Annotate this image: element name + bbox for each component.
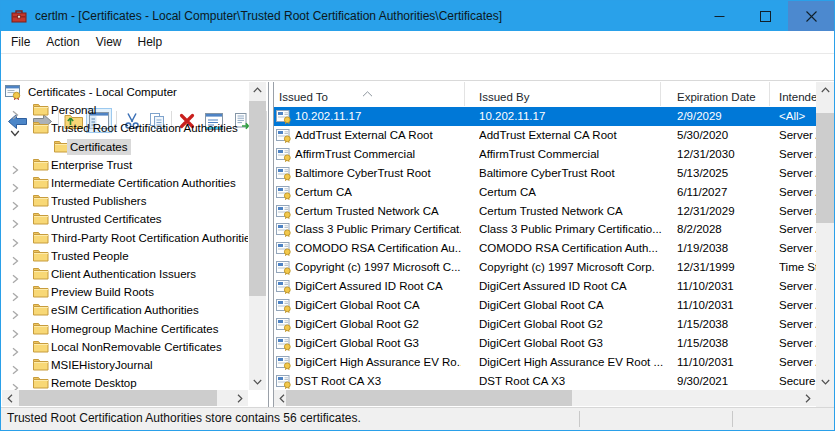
chevron-collapsed-icon[interactable] [10, 343, 20, 353]
menu-help[interactable]: Help [130, 31, 171, 53]
tree-item-certificates[interactable]: Certificates [2, 138, 248, 157]
certificate-icon [276, 278, 292, 294]
column-header-intended-purposes[interactable]: Intended Purposes [770, 82, 816, 106]
close-button[interactable] [788, 1, 834, 31]
column-header-expiration-date[interactable]: Expiration Date [661, 82, 770, 106]
certificate-row-digicert-high-assurance-ev-ro[interactable]: DigiCert High Assurance EV Ro...DigiCert… [274, 353, 816, 372]
folder-icon [33, 248, 49, 264]
tree-item-preview-build-roots[interactable]: Preview Build Roots [2, 283, 248, 302]
chevron-collapsed-icon[interactable] [10, 179, 20, 189]
certificate-row-certum-trusted-network-ca[interactable]: Certum Trusted Network CACertum Trusted … [274, 202, 816, 221]
certificate-row-10-202-11-17[interactable]: 10.202.11.1710.202.11.172/9/2029<All> [274, 107, 816, 126]
cell-intended-purposes: Server Au [779, 279, 816, 294]
splitter-line-left[interactable] [268, 82, 269, 407]
scroll-up-icon[interactable] [249, 82, 265, 98]
tree-item-label: MSIEHistoryJournal [48, 357, 156, 373]
scroll-down-icon[interactable] [249, 374, 265, 390]
tree-item-trusted-people[interactable]: Trusted People [2, 247, 248, 266]
chevron-collapsed-icon[interactable] [10, 306, 20, 316]
chevron-collapsed-icon[interactable] [10, 288, 20, 298]
cell-issued-to: DigiCert High Assurance EV Ro... [295, 355, 461, 370]
chevron-collapsed-icon[interactable] [10, 106, 20, 116]
scroll-left-icon[interactable] [2, 390, 18, 406]
chevron-expanded-icon[interactable] [10, 124, 20, 134]
certificate-row-copyright-c-1997-microsoft-c[interactable]: Copyright (c) 1997 Microsoft C...Copyrig… [274, 258, 816, 277]
tree-item-certificates-local-computer[interactable]: Certificates - Local Computer [2, 83, 248, 102]
minimize-button[interactable] [696, 1, 742, 31]
scroll-right-icon[interactable] [800, 390, 816, 406]
tree-item-trusted-publishers[interactable]: Trusted Publishers [2, 192, 248, 211]
cell-expiration-date: 12/31/2029 [677, 204, 769, 219]
tree-vertical-scrollbar[interactable] [249, 82, 266, 390]
certificate-row-certum-ca[interactable]: Certum CACertum CA6/11/2027Server Au [274, 183, 816, 202]
menu-view[interactable]: View [88, 31, 130, 53]
chevron-collapsed-icon[interactable] [10, 361, 20, 371]
chevron-collapsed-icon[interactable] [10, 234, 20, 244]
cell-intended-purposes: Server Au [779, 222, 816, 237]
chevron-collapsed-icon[interactable] [10, 270, 20, 280]
tree-hscrollbar-thumb[interactable] [19, 390, 217, 406]
certificate-row-digicert-assured-id-root-ca[interactable]: DigiCert Assured ID Root CADigiCert Assu… [274, 277, 816, 296]
certificate-icon [276, 184, 292, 200]
chevron-collapsed-icon[interactable] [10, 197, 20, 207]
maximize-button[interactable] [742, 1, 788, 31]
tree-horizontal-scrollbar[interactable] [2, 390, 248, 406]
chevron-collapsed-icon[interactable] [10, 379, 20, 389]
folder-icon [33, 357, 49, 373]
tree-item-label: Certificates - Local Computer [25, 84, 180, 100]
tree-item-third-party-root-certification-authorities[interactable]: Third-Party Root Certification Authoriti… [2, 229, 248, 248]
menu-file[interactable]: File [3, 31, 38, 53]
tree-item-label: Client Authentication Issuers [48, 266, 199, 282]
tree-item-label: Trusted Publishers [48, 193, 149, 209]
tree-item-msiehistoryjournal[interactable]: MSIEHistoryJournal [2, 356, 248, 375]
tree-item-intermediate-certification-authorities[interactable]: Intermediate Certification Authorities [2, 174, 248, 193]
tree-item-enterprise-trust[interactable]: Enterprise Trust [2, 156, 248, 175]
chevron-collapsed-icon[interactable] [10, 161, 20, 171]
certificate-icon [276, 297, 292, 313]
menu-action[interactable]: Action [38, 31, 87, 53]
chevron-collapsed-icon[interactable] [10, 325, 20, 335]
certificate-row-digicert-global-root-g2[interactable]: DigiCert Global Root G2DigiCert Global R… [274, 315, 816, 334]
chevron-collapsed-icon[interactable] [10, 215, 20, 225]
certificate-row-addtrust-external-ca-root[interactable]: AddTrust External CA RootAddTrust Extern… [274, 126, 816, 145]
tree-item-label: Intermediate Certification Authorities [48, 175, 239, 191]
scroll-up-icon[interactable] [817, 82, 833, 98]
tree-item-trusted-root-certification-authorities[interactable]: Trusted Root Certification Authorities [2, 119, 248, 138]
scroll-down-icon[interactable] [817, 374, 833, 390]
tree-item-esim-certification-authorities[interactable]: eSIM Certification Authorities [2, 301, 248, 320]
cell-intended-purposes: Server Au [779, 355, 816, 370]
tree-item-homegroup-machine-certificates[interactable]: Homegroup Machine Certificates [2, 320, 248, 339]
cell-issued-to: Copyright (c) 1997 Microsoft C... [295, 260, 461, 275]
certificate-row-digicert-global-root-ca[interactable]: DigiCert Global Root CADigiCert Global R… [274, 296, 816, 315]
cell-issued-to: AffirmTrust Commercial [295, 147, 461, 162]
cell-issued-by: 10.202.11.17 [479, 109, 667, 124]
chevron-collapsed-icon[interactable] [10, 252, 20, 262]
certificate-row-dst-root-ca-x3[interactable]: DST Root CA X3DST Root CA X39/30/2021Sec… [274, 372, 816, 391]
certificate-row-digicert-global-root-g3[interactable]: DigiCert Global Root G3DigiCert Global R… [274, 334, 816, 353]
status-divider [732, 411, 733, 427]
tree-item-client-authentication-issuers[interactable]: Client Authentication Issuers [2, 265, 248, 284]
folder-icon [33, 284, 49, 300]
column-header-issued-by[interactable]: Issued By [465, 82, 661, 106]
tree-item-local-nonremovable-certificates[interactable]: Local NonRemovable Certificates [2, 338, 248, 357]
list-scrollbar-thumb[interactable] [816, 113, 834, 223]
tree-item-untrusted-certificates[interactable]: Untrusted Certificates [2, 210, 248, 229]
cell-intended-purposes: Time Sta [779, 260, 816, 275]
tree-item-personal[interactable]: Personal [2, 101, 248, 120]
certificate-row-affirmtrust-commercial[interactable]: AffirmTrust CommercialAffirmTrust Commer… [274, 145, 816, 164]
list-hscrollbar-thumb[interactable] [286, 390, 572, 406]
list-vertical-scrollbar[interactable] [816, 82, 834, 390]
cell-issued-by: DigiCert Global Root G2 [479, 317, 667, 332]
title-bar[interactable]: certlm - [Certificates - Local Computer\… [1, 1, 834, 31]
certificate-row-baltimore-cybertrust-root[interactable]: Baltimore CyberTrust RootBaltimore Cyber… [274, 164, 816, 183]
folder-icon [33, 120, 49, 136]
cell-issued-to: Class 3 Public Primary Certificat... [295, 222, 461, 237]
toolbar: ? [1, 54, 834, 81]
cell-intended-purposes: Server Au [779, 204, 816, 219]
certificate-icon [276, 203, 292, 219]
certificate-row-comodo-rsa-certification-au[interactable]: COMODO RSA Certification Au...COMODO RSA… [274, 239, 816, 258]
list-horizontal-scrollbar[interactable] [274, 390, 816, 406]
tree-scrollbar-thumb[interactable] [249, 101, 266, 296]
certificate-row-class-3-public-primary-certificat[interactable]: Class 3 Public Primary Certificat...Clas… [274, 220, 816, 239]
scroll-right-icon[interactable] [232, 390, 248, 406]
